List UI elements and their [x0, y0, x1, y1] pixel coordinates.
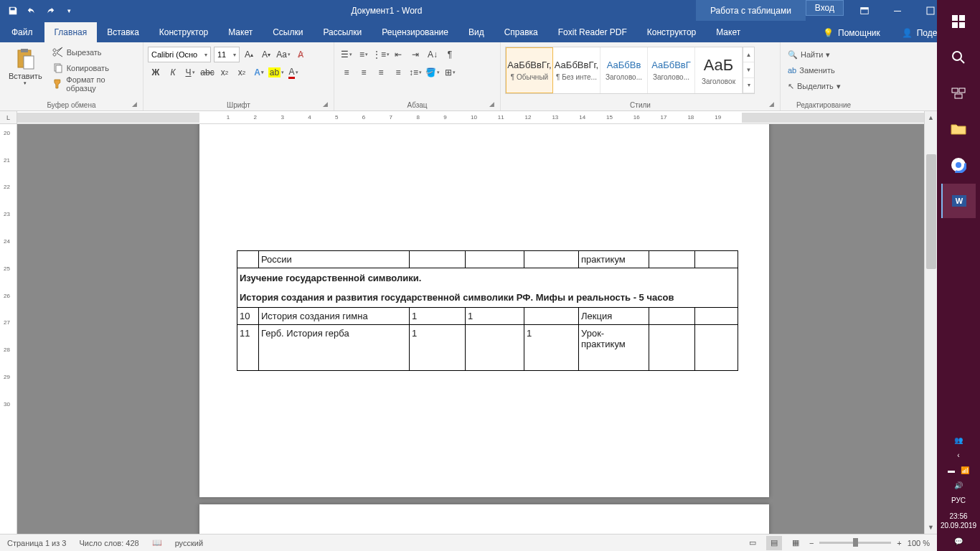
style-item[interactable]: АаБбВвЗаголово...	[600, 47, 648, 93]
ruler-corner[interactable]: L	[0, 111, 17, 124]
login-button[interactable]: Вход	[806, 0, 844, 16]
start-button[interactable]	[941, 4, 976, 39]
ribbon-display-options[interactable]	[848, 0, 881, 21]
action-center-icon[interactable]: 💬	[954, 537, 963, 545]
tab-design[interactable]: Конструктор	[149, 22, 218, 42]
grow-font-button[interactable]: A▴	[241, 47, 257, 62]
undo-button[interactable]	[23, 2, 40, 19]
strikethrough-button[interactable]: abc	[199, 65, 215, 80]
gallery-more[interactable]: ▾	[743, 78, 754, 93]
font-size-combo[interactable]: 11▾	[214, 47, 240, 62]
tell-me[interactable]: 💡 Помощник	[814, 24, 889, 42]
scroll-thumb[interactable]	[926, 154, 936, 269]
tab-help[interactable]: Справка	[494, 22, 548, 42]
clear-formatting-button[interactable]: A̷	[293, 47, 308, 62]
numbering-button[interactable]: ≡▾	[356, 47, 372, 62]
tab-layout[interactable]: Макет	[218, 22, 263, 42]
decrease-indent-button[interactable]: ⇤	[390, 47, 406, 62]
change-case-button[interactable]: Aa▾	[275, 47, 291, 62]
print-layout-button[interactable]: ▤	[766, 536, 782, 550]
vertical-ruler[interactable]: 2021222324252627282930	[0, 124, 17, 534]
clock[interactable]: 23:56 20.09.2019	[941, 512, 976, 530]
tab-insert[interactable]: Вставка	[97, 22, 149, 42]
styles-launcher[interactable]: ◢	[767, 100, 776, 109]
battery-icon[interactable]: ▬	[948, 466, 955, 474]
find-button[interactable]: 🔍Найти▾	[785, 47, 833, 62]
highlight-button[interactable]: ab▾	[268, 65, 284, 80]
tab-table-layout[interactable]: Макет	[706, 22, 750, 42]
underline-button[interactable]: Ч▾	[182, 65, 198, 80]
task-view-button[interactable]	[941, 76, 976, 110]
people-icon[interactable]: 👥	[954, 436, 963, 444]
styles-gallery[interactable]: АаБбВвГг,¶ ОбычныйАаБбВвГг,¶ Без инте...…	[505, 47, 755, 94]
shading-button[interactable]: 🪣▾	[425, 65, 440, 80]
table-row[interactable]: 10 История создания гимна 1 1 Лекция	[237, 308, 738, 325]
scroll-up-button[interactable]: ▲	[925, 111, 937, 124]
style-item[interactable]: АаБбВвГг,¶ Обычный	[506, 47, 553, 93]
font-color-button[interactable]: A▾	[286, 65, 301, 80]
file-explorer-button[interactable]	[941, 112, 976, 146]
tab-references[interactable]: Ссылки	[263, 22, 313, 42]
tab-view[interactable]: Вид	[458, 22, 494, 42]
qat-customize[interactable]: ▾	[60, 2, 77, 19]
zoom-slider[interactable]	[819, 542, 891, 544]
volume-icon[interactable]: 🔊	[954, 481, 963, 489]
style-item[interactable]: АаБбВвГг,¶ Без инте...	[553, 47, 600, 93]
search-button[interactable]	[941, 40, 976, 75]
scroll-down-button[interactable]: ▼	[925, 521, 937, 534]
sort-button[interactable]: A↓	[425, 47, 440, 62]
redo-button[interactable]	[42, 2, 59, 19]
tray-chevron-icon[interactable]: ‹	[957, 451, 959, 459]
font-launcher[interactable]: ◢	[321, 100, 329, 109]
zoom-in-button[interactable]: +	[897, 539, 901, 547]
justify-button[interactable]: ≡	[390, 65, 406, 80]
tab-table-design[interactable]: Конструктор	[637, 22, 706, 42]
web-layout-button[interactable]: ▦	[788, 536, 804, 550]
gallery-down[interactable]: ▼	[743, 62, 754, 77]
word-count[interactable]: Число слов: 428	[79, 539, 138, 547]
clipboard-launcher[interactable]: ◢	[130, 100, 138, 109]
zoom-out-button[interactable]: −	[809, 539, 814, 547]
tab-review[interactable]: Рецензирование	[372, 22, 458, 42]
align-center-button[interactable]: ≡	[356, 65, 372, 80]
show-marks-button[interactable]: ¶	[442, 47, 458, 62]
tab-file[interactable]: Файл	[0, 22, 44, 42]
save-button[interactable]	[4, 2, 22, 19]
vertical-scrollbar[interactable]: ▲ ▼	[924, 111, 937, 534]
chrome-button[interactable]	[941, 148, 976, 182]
align-right-button[interactable]: ≡	[373, 65, 389, 80]
page-indicator[interactable]: Страница 1 из 3	[7, 539, 66, 547]
paragraph-launcher[interactable]: ◢	[487, 100, 496, 109]
minimize-button[interactable]	[881, 0, 914, 21]
cut-button[interactable]: Вырезать	[50, 44, 138, 60]
bold-button[interactable]: Ж	[148, 65, 164, 80]
table-section-header[interactable]: Изучение государственной символики. Исто…	[237, 268, 738, 308]
read-mode-button[interactable]: ▭	[745, 536, 760, 550]
language-indicator[interactable]: русский	[175, 539, 203, 547]
style-item[interactable]: АаБЗаголовок	[695, 47, 743, 93]
tab-home[interactable]: Главная	[44, 22, 98, 42]
document-table-1[interactable]: России практикум Изучение государственно…	[237, 250, 738, 371]
select-button[interactable]: ↖Выделить▾	[785, 78, 844, 94]
tab-foxit[interactable]: Foxit Reader PDF	[548, 22, 637, 42]
wifi-icon[interactable]: 📶	[961, 466, 969, 474]
italic-button[interactable]: К	[165, 65, 181, 80]
increase-indent-button[interactable]: ⇥	[407, 47, 423, 62]
format-painter-button[interactable]: Формат по образцу	[50, 76, 138, 92]
paste-button[interactable]: Вставить ▾	[4, 44, 47, 89]
table-row[interactable]: России практикум	[237, 251, 738, 268]
tab-mailings[interactable]: Рассылки	[313, 22, 372, 42]
superscript-button[interactable]: x2	[234, 65, 250, 80]
replace-button[interactable]: abЗаменить	[785, 62, 838, 78]
zoom-level[interactable]: 100 %	[908, 539, 930, 547]
line-spacing-button[interactable]: ↕≡▾	[407, 65, 423, 80]
horizontal-ruler[interactable]: 12345678910111213141516171819	[17, 111, 980, 124]
keyboard-lang[interactable]: РУС	[951, 496, 966, 504]
subscript-button[interactable]: x2	[217, 65, 232, 80]
style-item[interactable]: АаБбВвГЗаголово...	[648, 47, 695, 93]
borders-button[interactable]: ⊞▾	[442, 65, 458, 80]
copy-button[interactable]: Копировать	[50, 60, 138, 76]
multilevel-list-button[interactable]: ⋮≡▾	[373, 47, 389, 62]
proofing-icon[interactable]: 📖	[152, 538, 162, 547]
gallery-up[interactable]: ▲	[743, 47, 754, 62]
